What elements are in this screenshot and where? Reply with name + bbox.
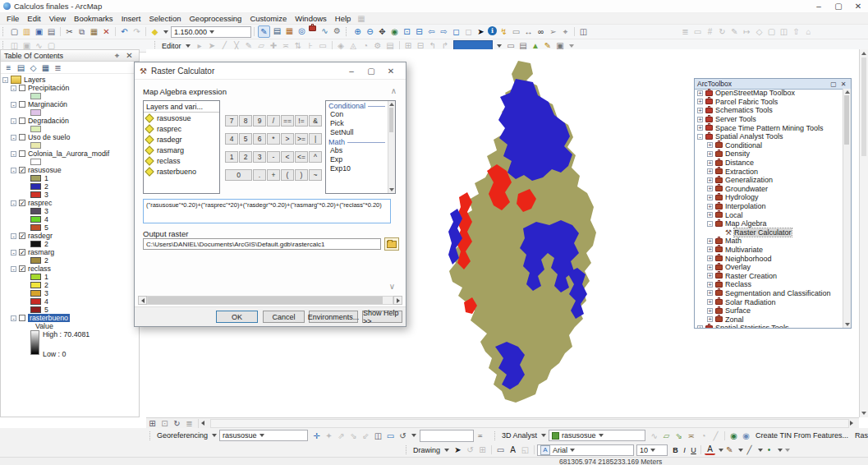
paste-icon[interactable]: ▦ (89, 26, 99, 37)
data-view-icon[interactable]: ⊞ (147, 418, 158, 429)
font-color-icon[interactable]: A (705, 445, 715, 455)
scale-combo[interactable]: 1.150.000 (171, 26, 251, 38)
refresh-view-icon[interactable]: ↻ (172, 418, 182, 429)
visibility-checkbox[interactable] (19, 85, 25, 91)
find-route-icon[interactable]: ➢ (548, 26, 558, 37)
expander-icon[interactable]: + (707, 168, 713, 174)
font-size-combo[interactable]: 10 (636, 444, 668, 456)
expander-icon[interactable]: + (697, 108, 703, 113)
expander-icon[interactable]: - (11, 266, 16, 272)
adjustment-menu-icon[interactable]: ≣ (680, 26, 691, 37)
zoom-to-link-icon[interactable]: ⇗ (336, 430, 347, 441)
highlight-color-icon[interactable]: ✎ (724, 444, 735, 455)
dialog-hscrollbar[interactable] (138, 296, 402, 305)
profile-graph-icon[interactable]: ◔ (698, 430, 709, 441)
adjust-edit-icon[interactable]: ✎ (729, 26, 740, 37)
promote-icon[interactable]: ⇧ (791, 26, 801, 37)
menu-insert[interactable]: Insert (117, 14, 145, 23)
menu-overflow-icon[interactable]: ▦ (356, 13, 366, 24)
create-tin-button[interactable]: Create TIN From Features... (752, 431, 852, 440)
scroll-left-button[interactable] (138, 296, 147, 305)
html-popup-icon[interactable]: ▭ (511, 26, 521, 37)
copy-icon[interactable]: ⧉ (76, 26, 87, 37)
add-data-dropdown[interactable] (163, 30, 168, 34)
3d-analyst-menu[interactable]: 3D Analyst (500, 431, 539, 440)
toolbox-item-schematics-tools[interactable]: +Schematics Tools (695, 106, 843, 115)
undo-icon[interactable]: ↶ (119, 26, 130, 37)
table-of-contents-icon[interactable]: ▤ (272, 25, 282, 36)
visibility-checkbox[interactable] (19, 101, 25, 108)
map-scroll-right[interactable] (850, 419, 859, 428)
expression-input[interactable]: ("rasusosue"*0.20)+("rasprec"*20)+("rasd… (143, 199, 391, 223)
region-icon[interactable]: ▢ (766, 26, 777, 37)
select-elements-icon[interactable]: ➤ (475, 26, 486, 37)
viewer-icon[interactable]: ◫ (373, 430, 383, 441)
toolbox-item-reclass[interactable]: +Reclass (695, 280, 843, 289)
expander-icon[interactable]: - (11, 315, 16, 321)
add-control-points-icon[interactable]: ✛ (311, 430, 322, 441)
expander-icon[interactable]: + (707, 290, 713, 296)
expander-icon[interactable]: + (707, 238, 713, 244)
expander-icon[interactable]: - (2, 77, 8, 83)
toolbox-item-zonal[interactable]: +Zonal (695, 315, 843, 324)
bold-button[interactable]: B (671, 446, 680, 454)
list-by-drawing-order-icon[interactable]: ≡ (3, 62, 14, 73)
cancel-button[interactable]: Cancel (263, 311, 305, 323)
show-help-button[interactable]: Show Help >> (362, 311, 402, 323)
map-vscrollbar[interactable] (859, 49, 868, 417)
menu-bookmarks[interactable]: Bookmarks (70, 14, 117, 23)
menu-geoprocessing[interactable]: Geoprocessing (185, 14, 246, 23)
layout-view-icon[interactable]: ⊡ (159, 418, 170, 429)
calc-button-2[interactable]: 2 (239, 151, 252, 163)
viewer-window-icon[interactable]: ◫ (578, 26, 589, 37)
calc-button-[interactable]: > (281, 133, 294, 145)
italic-button[interactable]: I (680, 446, 689, 454)
calc-button-[interactable]: ^ (309, 151, 322, 163)
redo-icon[interactable]: ↷ (131, 26, 142, 37)
toc-layer-colonia-la-aurora-modif[interactable]: -Colonia_la_Aurora_modif (1, 150, 139, 158)
calc-button-6[interactable]: 6 (253, 133, 266, 145)
fixed-zoom-in-icon[interactable]: ⊡ (402, 26, 412, 37)
calc-button-1[interactable]: 1 (225, 151, 238, 163)
scroll-up-icon[interactable]: ∧ (388, 85, 399, 96)
toolbox-item-solar-radiation[interactable]: +Solar Radiation (695, 297, 843, 306)
toolbox-item-interpolation[interactable]: +Interpolation (695, 202, 843, 211)
float-panel-icon[interactable]: ▢ (829, 80, 838, 88)
toolbox-item-segmentation-and-classification[interactable]: +Segmentation and Classification (695, 289, 843, 298)
open-folder-icon[interactable]: ▥ (21, 26, 32, 37)
menu-customize[interactable]: Customize (246, 14, 291, 23)
dialog-layer-rasterbueno[interactable]: rasterbueno (144, 166, 219, 177)
rotate-element-icon[interactable]: ↺ (465, 444, 475, 455)
toolbox-item-parcel-fabric-tools[interactable]: +Parcel Fabric Tools (695, 98, 843, 107)
print-icon[interactable]: ▤ (46, 26, 57, 37)
visibility-checkbox[interactable] (19, 134, 25, 140)
find-icon[interactable]: ∞ (535, 26, 546, 37)
toolbox-item-server-tools[interactable]: +Server Tools (695, 115, 843, 124)
visibility-checkbox[interactable] (19, 315, 25, 321)
3d-analyst-layer-combo[interactable]: rasusosue (549, 430, 645, 441)
toc-layer-rasusosue[interactable]: -✓rasusosue (1, 166, 139, 174)
text-tool-icon[interactable]: A (507, 444, 518, 455)
toc-layer-precipitaci-n[interactable]: -Precipitación (1, 84, 139, 92)
map-scroll-left[interactable] (201, 419, 210, 428)
visibility-checkbox[interactable]: ✓ (19, 265, 25, 272)
georeferencing-layer-combo[interactable]: rasusosue (219, 430, 308, 441)
catalog-icon[interactable]: ▦ (284, 25, 295, 36)
select-elements-2-icon[interactable]: ➤ (452, 444, 463, 455)
calc-button-[interactable]: + (267, 169, 280, 181)
expander-icon[interactable]: + (697, 99, 703, 104)
toolbox-item-raster-calculator[interactable]: ⚒Raster Calculator (695, 228, 843, 237)
expander-icon[interactable]: + (707, 299, 713, 305)
list-by-source-icon[interactable]: ▤ (16, 62, 26, 73)
rotation-angle-input[interactable] (420, 430, 474, 442)
select-features-icon[interactable]: ◻ (451, 26, 462, 37)
interpolate-line-icon[interactable]: ∿ (649, 430, 659, 441)
calc-button-[interactable]: <= (295, 151, 308, 163)
attributes-icon[interactable]: # (705, 26, 715, 37)
expander-icon[interactable]: + (707, 265, 713, 270)
close-button[interactable]: ✕ (849, 1, 867, 12)
editor-menu[interactable]: Editor (160, 42, 183, 50)
expander-icon[interactable]: + (707, 273, 713, 279)
layers-list-header[interactable]: Layers and vari... (144, 101, 219, 113)
calc-button-[interactable]: != (295, 115, 308, 127)
